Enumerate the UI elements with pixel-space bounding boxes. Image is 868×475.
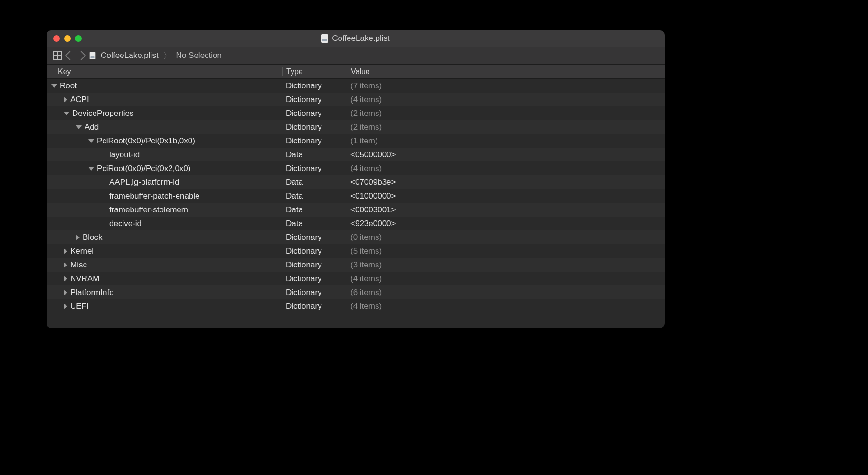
document-icon: [90, 52, 96, 59]
table-row[interactable]: BlockDictionary(0 items): [47, 230, 665, 244]
row-key[interactable]: PciRoot(0x0)/Pci(0x2,0x0): [97, 164, 190, 173]
row-value[interactable]: (5 items): [347, 247, 665, 256]
row-key[interactable]: PciRoot(0x0)/Pci(0x1b,0x0): [97, 136, 195, 146]
row-value[interactable]: <05000000>: [347, 150, 665, 160]
row-key[interactable]: Root: [60, 81, 77, 91]
table-row[interactable]: DevicePropertiesDictionary(2 items): [47, 106, 665, 120]
row-value[interactable]: (0 items): [347, 233, 665, 242]
table-row[interactable]: framebuffer-patch-enableData<01000000>: [47, 189, 665, 203]
row-type[interactable]: Dictionary: [282, 233, 347, 242]
disclosure-down-icon[interactable]: [88, 167, 94, 171]
row-key[interactable]: decive-id: [109, 219, 142, 228]
row-type[interactable]: Data: [282, 178, 347, 187]
row-value[interactable]: (2 items): [347, 109, 665, 118]
row-value[interactable]: (2 items): [347, 123, 665, 132]
zoom-icon[interactable]: [75, 35, 82, 42]
table-row[interactable]: UEFIDictionary(4 items): [47, 299, 665, 313]
window: CoffeeLake.plist CoffeeLake.plist 〉 No S…: [47, 30, 665, 328]
header-key[interactable]: Key: [47, 67, 282, 76]
document-icon: [321, 34, 328, 43]
row-key[interactable]: PlatformInfo: [70, 288, 114, 297]
toolbar: CoffeeLake.plist 〉 No Selection: [47, 47, 665, 65]
row-key[interactable]: DeviceProperties: [72, 109, 133, 118]
disclosure-right-icon[interactable]: [64, 248, 67, 254]
table-row[interactable]: decive-idData<923e0000>: [47, 217, 665, 230]
row-type[interactable]: Dictionary: [282, 81, 347, 91]
row-type[interactable]: Data: [282, 205, 347, 215]
row-type[interactable]: Dictionary: [282, 288, 347, 297]
row-key[interactable]: framebuffer-stolemem: [109, 205, 188, 215]
related-items-icon[interactable]: [53, 51, 62, 60]
minimize-icon[interactable]: [64, 35, 71, 42]
disclosure-right-icon[interactable]: [76, 235, 80, 240]
row-key[interactable]: Misc: [70, 260, 87, 270]
header-type[interactable]: Type: [282, 67, 347, 76]
row-key[interactable]: Add: [85, 123, 99, 132]
row-type[interactable]: Dictionary: [282, 247, 347, 256]
row-key[interactable]: framebuffer-patch-enable: [109, 191, 200, 201]
disclosure-down-icon[interactable]: [76, 125, 82, 129]
row-type[interactable]: Dictionary: [282, 95, 347, 104]
row-key[interactable]: layout-id: [109, 150, 140, 160]
row-value[interactable]: (3 items): [347, 260, 665, 270]
row-type[interactable]: Dictionary: [282, 260, 347, 270]
row-type[interactable]: Data: [282, 219, 347, 228]
row-value[interactable]: (4 items): [347, 302, 665, 311]
table-row[interactable]: ACPIDictionary(4 items): [47, 93, 665, 106]
disclosure-right-icon[interactable]: [64, 290, 67, 295]
row-key[interactable]: NVRAM: [70, 274, 99, 284]
table-row[interactable]: framebuffer-stolememData<00003001>: [47, 203, 665, 217]
disclosure-down-icon[interactable]: [88, 139, 94, 143]
row-value[interactable]: <01000000>: [347, 191, 665, 201]
row-type[interactable]: Dictionary: [282, 123, 347, 132]
table-row[interactable]: PciRoot(0x0)/Pci(0x2,0x0)Dictionary(4 it…: [47, 162, 665, 175]
row-type[interactable]: Dictionary: [282, 164, 347, 173]
disclosure-right-icon[interactable]: [64, 276, 67, 282]
disclosure-right-icon[interactable]: [64, 97, 67, 103]
breadcrumb-file[interactable]: CoffeeLake.plist: [101, 51, 159, 60]
row-key[interactable]: Block: [83, 233, 103, 242]
row-value[interactable]: (6 items): [347, 288, 665, 297]
window-title-text: CoffeeLake.plist: [332, 34, 390, 43]
table-row[interactable]: NVRAMDictionary(4 items): [47, 272, 665, 285]
row-value[interactable]: (4 items): [347, 274, 665, 284]
window-controls: [47, 35, 82, 42]
row-key[interactable]: UEFI: [70, 302, 89, 311]
header-value[interactable]: Value: [347, 67, 665, 76]
disclosure-down-icon[interactable]: [64, 112, 69, 115]
row-key[interactable]: ACPI: [70, 95, 89, 104]
row-value[interactable]: (4 items): [347, 95, 665, 104]
table-row[interactable]: PciRoot(0x0)/Pci(0x1b,0x0)Dictionary(1 i…: [47, 134, 665, 148]
table-row[interactable]: KernelDictionary(5 items): [47, 244, 665, 258]
row-value[interactable]: <00003001>: [347, 205, 665, 215]
close-icon[interactable]: [53, 35, 60, 42]
row-value[interactable]: (7 items): [347, 81, 665, 91]
table-row[interactable]: MiscDictionary(3 items): [47, 258, 665, 272]
table-row[interactable]: RootDictionary(7 items): [47, 79, 665, 93]
row-type[interactable]: Dictionary: [282, 302, 347, 311]
chevron-right-icon: 〉: [163, 50, 171, 61]
titlebar: CoffeeLake.plist: [47, 30, 665, 47]
disclosure-right-icon[interactable]: [64, 304, 67, 309]
table-row[interactable]: AAPL,ig-platform-idData<07009b3e>: [47, 175, 665, 189]
row-key[interactable]: AAPL,ig-platform-id: [109, 178, 179, 187]
row-value[interactable]: <07009b3e>: [347, 178, 665, 187]
table-row[interactable]: AddDictionary(2 items): [47, 120, 665, 134]
row-value[interactable]: (1 item): [347, 136, 665, 146]
window-title: CoffeeLake.plist: [47, 34, 665, 43]
row-value[interactable]: (4 items): [347, 164, 665, 173]
nav-back-icon[interactable]: [65, 51, 75, 60]
nav-forward-icon[interactable]: [76, 51, 86, 60]
column-headers: Key Type Value: [47, 65, 665, 79]
disclosure-down-icon[interactable]: [51, 84, 57, 88]
row-type[interactable]: Data: [282, 191, 347, 201]
row-type[interactable]: Dictionary: [282, 274, 347, 284]
row-type[interactable]: Data: [282, 150, 347, 160]
row-type[interactable]: Dictionary: [282, 136, 347, 146]
row-key[interactable]: Kernel: [70, 247, 94, 256]
table-row[interactable]: layout-idData<05000000>: [47, 148, 665, 162]
disclosure-right-icon[interactable]: [64, 262, 67, 268]
row-type[interactable]: Dictionary: [282, 109, 347, 118]
row-value[interactable]: <923e0000>: [347, 219, 665, 228]
table-row[interactable]: PlatformInfoDictionary(6 items): [47, 285, 665, 299]
